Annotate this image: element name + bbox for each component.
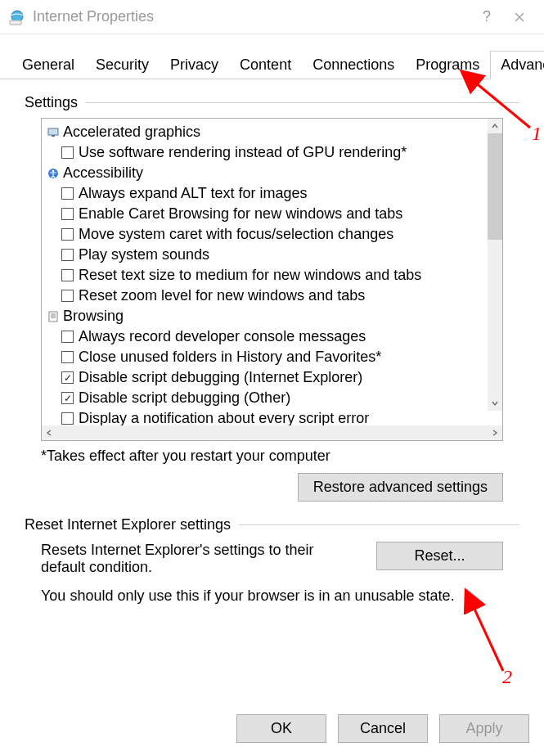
tree-scrollbar-horizontal[interactable] [42,425,502,440]
close-button[interactable] [503,5,536,29]
item-label: Use software rendering instead of GPU re… [79,144,407,161]
item-system-sounds[interactable]: Play system sounds [47,245,497,265]
tab-general[interactable]: General [11,51,85,79]
tree-scrollbar-vertical[interactable] [488,119,502,411]
ie-icon [8,8,26,26]
settings-header: Settings [25,94,519,111]
checkbox[interactable] [61,331,74,343]
category-accelerated-graphics: Accelerated graphics [47,122,497,142]
tab-security[interactable]: Security [85,51,160,79]
svg-point-5 [52,169,55,172]
item-label: Always record developer console messages [79,328,366,345]
settings-group: Settings Accelerated graphics Use softwa… [25,94,519,502]
checkbox[interactable] [61,412,74,425]
item-label: Reset text size to medium for new window… [79,267,421,284]
checkbox[interactable] [61,146,74,159]
svg-rect-6 [49,312,57,322]
checkbox[interactable] [61,228,74,241]
annotation-1: 1 [532,123,542,145]
category-accessibility: Accessibility [47,163,497,183]
titlebar: Internet Properties ? [0,0,544,34]
category-browsing: Browsing [47,306,497,326]
divider [86,102,519,103]
accessibility-icon [47,167,60,180]
restore-advanced-button[interactable]: Restore advanced settings [298,473,503,502]
item-console-messages[interactable]: Always record developer console messages [47,326,497,347]
svg-rect-2 [48,128,58,135]
checkbox[interactable] [61,290,74,302]
tabs: General Security Privacy Content Connect… [0,34,544,79]
item-caret-browsing[interactable]: Enable Caret Browsing for new windows an… [47,204,497,224]
settings-label: Settings [25,94,78,111]
item-reset-text-size[interactable]: Reset text size to medium for new window… [47,265,497,286]
reset-label: Reset Internet Explorer settings [25,516,231,533]
item-label: Reset zoom level for new windows and tab… [79,287,365,304]
item-label: Play system sounds [79,246,209,263]
item-disable-debug-other[interactable]: ✓Disable script debugging (Other) [47,388,497,408]
reset-button[interactable]: Reset... [376,542,503,570]
tab-privacy[interactable]: Privacy [160,51,229,79]
category-label: Accessibility [63,164,143,182]
apply-button[interactable]: Apply [439,714,529,743]
reset-note: You should only use this if your browser… [41,587,503,605]
item-script-error-notify[interactable]: Display a notification about every scrip… [47,408,497,425]
item-label: Display a notification about every scrip… [79,410,369,425]
cancel-button[interactable]: Cancel [338,714,428,743]
item-alt-text[interactable]: Always expand ALT text for images [47,183,497,204]
category-label: Accelerated graphics [63,124,200,141]
reset-group: Reset Internet Explorer settings Resets … [25,516,519,605]
checkbox[interactable] [61,351,74,363]
item-reset-zoom[interactable]: Reset zoom level for new windows and tab… [47,286,497,306]
svg-rect-3 [52,135,55,137]
item-label: Close unused folders in History and Favo… [79,349,381,366]
svg-rect-1 [10,20,21,25]
monitor-icon [47,126,60,139]
svg-line-11 [473,605,503,671]
item-label: Enable Caret Browsing for new windows an… [79,205,402,223]
reset-description: Resets Internet Explorer's settings to t… [41,542,360,576]
item-label: Move system caret with focus/selection c… [79,226,393,243]
page-icon [47,310,60,323]
item-label: Disable script debugging (Other) [79,389,290,407]
tab-connections[interactable]: Connections [302,51,405,79]
tab-advanced[interactable]: Advanced [490,51,544,79]
annotation-2: 2 [502,666,512,688]
tree-content[interactable]: Accelerated graphics Use software render… [42,119,502,425]
checkbox[interactable]: ✓ [61,371,74,384]
scroll-down-icon[interactable] [488,396,502,411]
scroll-thumb[interactable] [488,133,502,240]
settings-tree: Accelerated graphics Use software render… [41,118,503,441]
divider [239,524,519,525]
item-system-caret[interactable]: Move system caret with focus/selection c… [47,224,497,245]
reset-header: Reset Internet Explorer settings [25,516,519,533]
category-label: Browsing [63,308,124,325]
item-gpu-rendering[interactable]: Use software rendering instead of GPU re… [47,142,497,163]
scroll-up-icon[interactable] [488,119,502,133]
item-disable-debug-ie[interactable]: ✓Disable script debugging (Internet Expl… [47,367,497,388]
help-button[interactable]: ? [470,5,503,29]
tab-programs[interactable]: Programs [405,51,490,79]
item-close-folders[interactable]: Close unused folders in History and Favo… [47,347,497,367]
item-label: Always expand ALT text for images [79,185,307,202]
item-label: Disable script debugging (Internet Explo… [79,369,362,386]
checkbox[interactable]: ✓ [61,392,74,404]
window-title: Internet Properties [33,8,470,25]
scroll-left-icon[interactable] [42,425,56,440]
scroll-right-icon[interactable] [488,425,502,440]
checkbox[interactable] [61,187,74,200]
restart-footnote: *Takes effect after you restart your com… [41,448,519,465]
tab-content[interactable]: Content [229,51,302,79]
advanced-panel: Settings Accelerated graphics Use softwa… [0,79,544,613]
dialog-buttons: OK Cancel Apply [236,714,529,743]
checkbox[interactable] [61,269,74,281]
checkbox[interactable] [61,208,74,220]
ok-button[interactable]: OK [236,714,326,743]
checkbox[interactable] [61,249,74,261]
